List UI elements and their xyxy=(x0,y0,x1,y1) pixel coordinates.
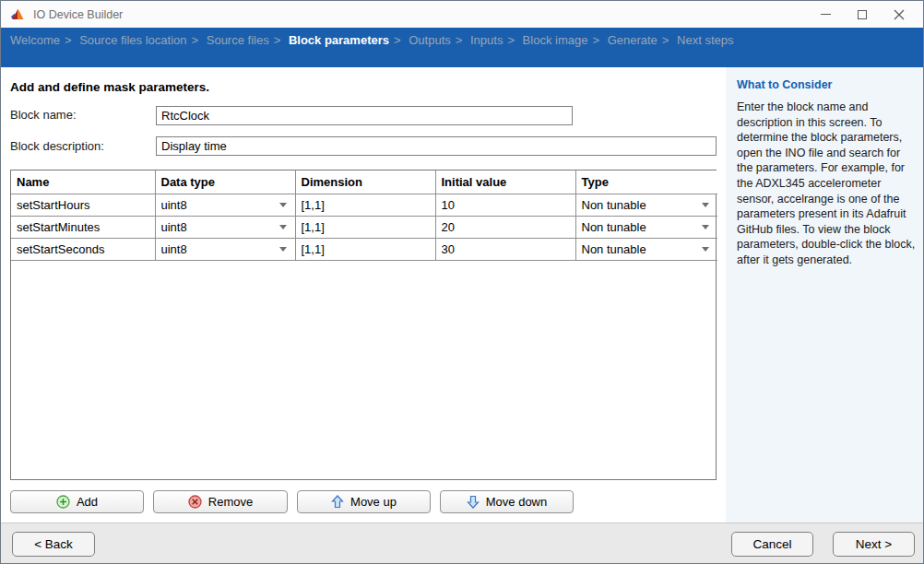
cell-text: [1,1] xyxy=(302,220,325,234)
cell-initial-value[interactable]: 10 xyxy=(435,194,575,216)
cell-dimension[interactable]: [1,1] xyxy=(295,238,435,260)
cell-data-type-dropdown[interactable]: uint8 xyxy=(155,238,295,260)
cell-dimension[interactable]: [1,1] xyxy=(295,194,435,216)
cell-data-type-dropdown[interactable]: uint8 xyxy=(155,194,295,216)
breadcrumb-separator: > xyxy=(274,33,281,47)
breadcrumb-welcome[interactable]: Welcome xyxy=(10,33,60,47)
arrow-down-icon xyxy=(467,495,480,509)
page-title: Add and define mask parameters. xyxy=(10,80,209,94)
cell-text: uint8 xyxy=(161,220,187,234)
cell-dimension[interactable]: [1,1] xyxy=(295,216,435,238)
table-header-row: Name Data type Dimension Initial value T… xyxy=(11,170,717,194)
cell-text: setStartSeconds xyxy=(17,242,104,256)
cell-text: Non tunable xyxy=(582,242,646,256)
close-button[interactable] xyxy=(881,1,918,28)
move-down-button[interactable]: Move down xyxy=(440,490,574,513)
breadcrumb-block-parameters-current[interactable]: Block parameters xyxy=(289,33,389,47)
cancel-button[interactable]: Cancel xyxy=(731,532,813,557)
minimize-icon xyxy=(821,14,831,15)
breadcrumb-separator: > xyxy=(456,33,463,47)
back-button[interactable]: < Back xyxy=(12,532,95,557)
cell-text: setStartHours xyxy=(17,198,89,212)
breadcrumb-separator: > xyxy=(507,33,515,47)
add-button[interactable]: Add xyxy=(10,490,144,513)
add-button-label: Add xyxy=(77,495,98,509)
plus-circle-icon xyxy=(56,495,70,509)
arrow-up-icon xyxy=(331,495,344,509)
cell-name[interactable]: setStartHours xyxy=(11,194,155,216)
column-header-initial-value: Initial value xyxy=(435,170,575,194)
minimize-button[interactable] xyxy=(807,1,844,28)
maximize-button[interactable] xyxy=(844,1,881,28)
breadcrumb-separator: > xyxy=(192,33,199,47)
table-row: setStartHours uint8 [1,1] 10 Non tunable xyxy=(11,194,717,216)
dropdown-arrow-icon[interactable] xyxy=(702,225,709,229)
table-row: setStartSeconds uint8 [1,1] 30 Non tunab… xyxy=(11,238,717,260)
sidebar-heading: What to Consider xyxy=(737,78,916,91)
sidebar-help-text: Enter the block name and description in … xyxy=(737,100,918,268)
cell-text: uint8 xyxy=(161,198,187,212)
breadcrumb-generate[interactable]: Generate xyxy=(608,33,657,47)
cell-name[interactable]: setStartMinutes xyxy=(11,216,155,238)
cell-text: 10 xyxy=(442,198,455,212)
wizard-breadcrumb: Welcome> Source files location> Source f… xyxy=(1,28,923,67)
parameters-table: Name Data type Dimension Initial value T… xyxy=(10,170,717,480)
footer-bar: < Back Cancel Next > xyxy=(1,523,923,564)
dropdown-arrow-icon[interactable] xyxy=(702,203,709,207)
cell-text: Non tunable xyxy=(582,198,646,212)
titlebar: IO Device Builder xyxy=(1,1,923,28)
dropdown-arrow-icon[interactable] xyxy=(279,225,287,229)
cell-name[interactable]: setStartSeconds xyxy=(11,238,155,260)
dropdown-arrow-icon[interactable] xyxy=(702,247,709,252)
cell-initial-value[interactable]: 30 xyxy=(435,238,575,260)
maximize-icon xyxy=(858,10,867,19)
block-name-input[interactable] xyxy=(156,106,573,125)
cell-initial-value[interactable]: 20 xyxy=(435,216,575,238)
cell-text: 30 xyxy=(442,242,455,256)
remove-circle-icon xyxy=(188,495,202,509)
breadcrumb-outputs[interactable]: Outputs xyxy=(409,33,451,47)
breadcrumb-source-files-location[interactable]: Source files location xyxy=(79,33,186,47)
column-header-dimension: Dimension xyxy=(295,170,435,194)
block-description-input[interactable] xyxy=(156,136,717,156)
breadcrumb-inputs[interactable]: Inputs xyxy=(470,33,503,47)
block-name-label: Block name: xyxy=(10,108,77,122)
cell-text: 20 xyxy=(442,220,455,234)
breadcrumb-separator: > xyxy=(592,33,599,47)
matlab-logo-icon xyxy=(9,6,25,22)
what-to-consider-panel: What to Consider Enter the block name an… xyxy=(726,67,924,523)
breadcrumb-next-steps[interactable]: Next steps xyxy=(677,33,733,47)
breadcrumb-separator: > xyxy=(662,33,669,47)
move-down-button-label: Move down xyxy=(486,495,547,509)
breadcrumb-source-files[interactable]: Source files xyxy=(207,33,269,47)
close-icon xyxy=(894,9,905,20)
cell-text: [1,1] xyxy=(302,198,325,212)
table-row: setStartMinutes uint8 [1,1] 20 Non tunab… xyxy=(11,216,717,238)
column-header-data-type: Data type xyxy=(155,170,295,194)
move-up-button[interactable]: Move up xyxy=(297,490,431,513)
cell-text: uint8 xyxy=(161,242,187,256)
column-header-type: Type xyxy=(575,170,717,194)
window-title: IO Device Builder xyxy=(33,8,123,21)
cell-text: [1,1] xyxy=(302,242,325,256)
block-description-label: Block description: xyxy=(10,139,104,153)
move-up-button-label: Move up xyxy=(350,495,397,509)
remove-button[interactable]: Remove xyxy=(153,490,288,513)
cell-type-dropdown[interactable]: Non tunable xyxy=(575,194,717,216)
breadcrumb-block-image[interactable]: Block image xyxy=(523,33,588,47)
cell-type-dropdown[interactable]: Non tunable xyxy=(575,216,717,238)
cell-text: Non tunable xyxy=(582,220,646,234)
breadcrumb-separator: > xyxy=(394,33,401,47)
breadcrumb-separator: > xyxy=(65,33,72,47)
cell-data-type-dropdown[interactable]: uint8 xyxy=(155,216,295,238)
cell-text: setStartMinutes xyxy=(17,220,100,234)
dropdown-arrow-icon[interactable] xyxy=(279,247,287,252)
remove-button-label: Remove xyxy=(208,495,253,509)
dropdown-arrow-icon[interactable] xyxy=(279,203,287,207)
next-button[interactable]: Next > xyxy=(833,532,915,557)
cell-type-dropdown[interactable]: Non tunable xyxy=(575,238,717,260)
io-device-builder-window: IO Device Builder Welcome> Source files … xyxy=(0,0,924,564)
column-header-name: Name xyxy=(11,170,155,194)
